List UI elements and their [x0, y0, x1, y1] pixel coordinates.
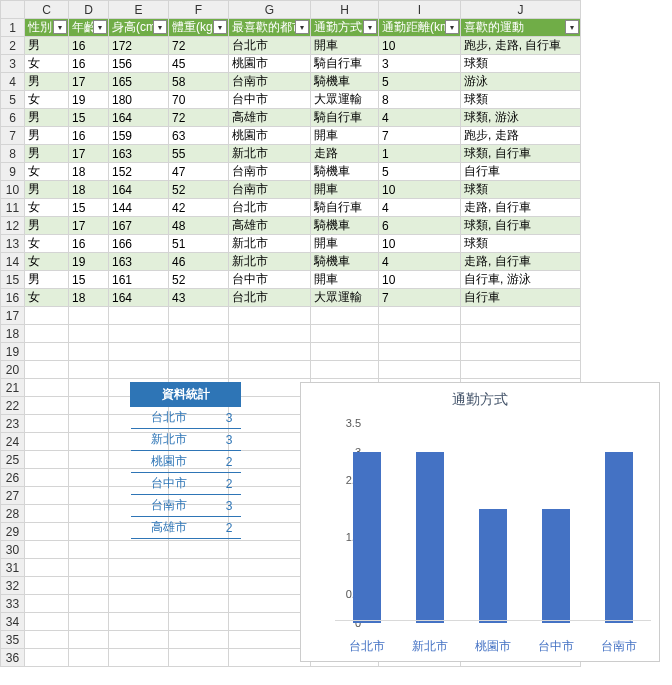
- cell-G7[interactable]: 桃園市: [229, 127, 311, 145]
- cell-C29[interactable]: [25, 523, 69, 541]
- cell-C6[interactable]: 男: [25, 109, 69, 127]
- cell-D31[interactable]: [69, 559, 109, 577]
- cell-C4[interactable]: 男: [25, 73, 69, 91]
- cell-D34[interactable]: [69, 613, 109, 631]
- cell-D9[interactable]: 18: [69, 163, 109, 181]
- cell-D5[interactable]: 19: [69, 91, 109, 109]
- cell-I9[interactable]: 5: [379, 163, 461, 181]
- cell-F34[interactable]: [169, 613, 229, 631]
- cell-J19[interactable]: [461, 343, 581, 361]
- cell-H13[interactable]: 開車: [311, 235, 379, 253]
- cell-H19[interactable]: [311, 343, 379, 361]
- cell-J4[interactable]: 游泳: [461, 73, 581, 91]
- cell-E14[interactable]: 163: [109, 253, 169, 271]
- row-head-31[interactable]: 31: [1, 559, 25, 577]
- cell-C34[interactable]: [25, 613, 69, 631]
- cell-H10[interactable]: 開車: [311, 181, 379, 199]
- cell-E16[interactable]: 164: [109, 289, 169, 307]
- cell-I4[interactable]: 5: [379, 73, 461, 91]
- cell-H8[interactable]: 走路: [311, 145, 379, 163]
- cell-I11[interactable]: 4: [379, 199, 461, 217]
- cell-F12[interactable]: 48: [169, 217, 229, 235]
- cell-D7[interactable]: 16: [69, 127, 109, 145]
- col-head-G[interactable]: G: [229, 1, 311, 19]
- cell-D21[interactable]: [69, 379, 109, 397]
- cell-C22[interactable]: [25, 397, 69, 415]
- cell-I14[interactable]: 4: [379, 253, 461, 271]
- cell-J12[interactable]: 球類, 自行車: [461, 217, 581, 235]
- cell-G5[interactable]: 台中市: [229, 91, 311, 109]
- cell-F33[interactable]: [169, 595, 229, 613]
- cell-F9[interactable]: 47: [169, 163, 229, 181]
- header-C[interactable]: 性別▾: [25, 19, 69, 37]
- row-head-10[interactable]: 10: [1, 181, 25, 199]
- cell-D17[interactable]: [69, 307, 109, 325]
- cell-F4[interactable]: 58: [169, 73, 229, 91]
- row-head-2[interactable]: 2: [1, 37, 25, 55]
- cell-F5[interactable]: 70: [169, 91, 229, 109]
- cell-C31[interactable]: [25, 559, 69, 577]
- row-head-26[interactable]: 26: [1, 469, 25, 487]
- row-head-20[interactable]: 20: [1, 361, 25, 379]
- cell-D30[interactable]: [69, 541, 109, 559]
- row-head-29[interactable]: 29: [1, 523, 25, 541]
- col-head-D[interactable]: D: [69, 1, 109, 19]
- cell-D3[interactable]: 16: [69, 55, 109, 73]
- cell-G13[interactable]: 新北市: [229, 235, 311, 253]
- cell-C32[interactable]: [25, 577, 69, 595]
- row-head-30[interactable]: 30: [1, 541, 25, 559]
- cell-G18[interactable]: [229, 325, 311, 343]
- cell-H17[interactable]: [311, 307, 379, 325]
- cell-F11[interactable]: 42: [169, 199, 229, 217]
- cell-C24[interactable]: [25, 433, 69, 451]
- cell-G4[interactable]: 台南市: [229, 73, 311, 91]
- cell-G36[interactable]: [229, 649, 311, 667]
- cell-J9[interactable]: 自行車: [461, 163, 581, 181]
- cell-D23[interactable]: [69, 415, 109, 433]
- cell-E18[interactable]: [109, 325, 169, 343]
- cell-E36[interactable]: [109, 649, 169, 667]
- cell-F7[interactable]: 63: [169, 127, 229, 145]
- cell-F31[interactable]: [169, 559, 229, 577]
- row-head-27[interactable]: 27: [1, 487, 25, 505]
- cell-H16[interactable]: 大眾運輸: [311, 289, 379, 307]
- cell-F8[interactable]: 55: [169, 145, 229, 163]
- cell-F13[interactable]: 51: [169, 235, 229, 253]
- cell-G34[interactable]: [229, 613, 311, 631]
- row-head-32[interactable]: 32: [1, 577, 25, 595]
- cell-D11[interactable]: 15: [69, 199, 109, 217]
- row-head-21[interactable]: 21: [1, 379, 25, 397]
- row-head-19[interactable]: 19: [1, 343, 25, 361]
- row-head-28[interactable]: 28: [1, 505, 25, 523]
- cell-I10[interactable]: 10: [379, 181, 461, 199]
- row-head-5[interactable]: 5: [1, 91, 25, 109]
- filter-dropdown-icon[interactable]: ▾: [213, 20, 227, 34]
- cell-G35[interactable]: [229, 631, 311, 649]
- cell-D20[interactable]: [69, 361, 109, 379]
- cell-E5[interactable]: 180: [109, 91, 169, 109]
- cell-F36[interactable]: [169, 649, 229, 667]
- cell-G2[interactable]: 台北市: [229, 37, 311, 55]
- cell-I19[interactable]: [379, 343, 461, 361]
- cell-F35[interactable]: [169, 631, 229, 649]
- cell-E11[interactable]: 144: [109, 199, 169, 217]
- cell-E6[interactable]: 164: [109, 109, 169, 127]
- cell-G30[interactable]: [229, 541, 311, 559]
- cell-C18[interactable]: [25, 325, 69, 343]
- cell-G17[interactable]: [229, 307, 311, 325]
- row-head-25[interactable]: 25: [1, 451, 25, 469]
- cell-E20[interactable]: [109, 361, 169, 379]
- cell-D24[interactable]: [69, 433, 109, 451]
- cell-G31[interactable]: [229, 559, 311, 577]
- cell-E10[interactable]: 164: [109, 181, 169, 199]
- cell-I12[interactable]: 6: [379, 217, 461, 235]
- cell-F16[interactable]: 43: [169, 289, 229, 307]
- row-head-17[interactable]: 17: [1, 307, 25, 325]
- row-head-9[interactable]: 9: [1, 163, 25, 181]
- cell-I7[interactable]: 7: [379, 127, 461, 145]
- cell-E35[interactable]: [109, 631, 169, 649]
- cell-G20[interactable]: [229, 361, 311, 379]
- row-head-12[interactable]: 12: [1, 217, 25, 235]
- cell-E3[interactable]: 156: [109, 55, 169, 73]
- cell-J20[interactable]: [461, 361, 581, 379]
